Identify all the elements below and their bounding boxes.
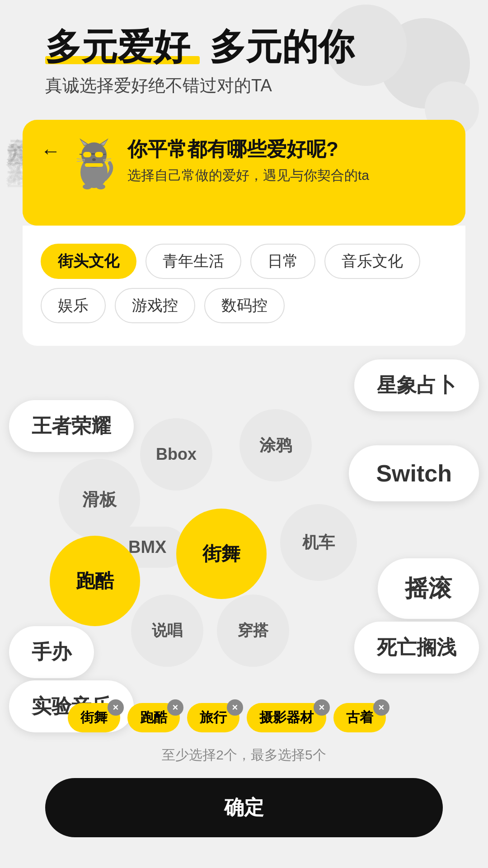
tag-youth[interactable]: 青年生活: [145, 244, 241, 279]
card-title: 你平常都有哪些爱好呢?: [127, 136, 447, 163]
svg-line-15: [103, 161, 111, 161]
svg-rect-6: [83, 152, 91, 157]
svg-line-10: [103, 154, 106, 155]
bubble-yaogun[interactable]: 摇滚: [378, 558, 479, 619]
tag-digital[interactable]: 数码控: [204, 288, 285, 323]
bubbles-area: 星象占卜 王者荣耀 Bbox 涂鸦 滑板 Switch BMX 街舞 机车 跑酷…: [0, 355, 488, 694]
bubble-jiche[interactable]: 机车: [280, 504, 357, 581]
bubble-paoku[interactable]: 跑酷: [50, 536, 140, 626]
header: 多元爱好 多元的你 真诚选择爱好绝不错过对的TA: [0, 0, 488, 106]
svg-line-9: [80, 154, 82, 155]
remove-lvxing[interactable]: ×: [227, 699, 243, 716]
bubble-chuanda[interactable]: 穿搭: [217, 594, 289, 667]
tag-music[interactable]: 音乐文化: [324, 244, 420, 279]
bubble-tuya[interactable]: 涂鸦: [239, 409, 312, 481]
bubble-bbox[interactable]: Bbox: [140, 418, 212, 491]
sub-title: 真诚选择爱好绝不错过对的TA: [45, 74, 452, 97]
bubble-switch[interactable]: Switch: [349, 445, 479, 501]
tag-gaming[interactable]: 游戏控: [115, 288, 195, 323]
main-title: 多元爱好 多元的你: [45, 27, 452, 67]
svg-rect-8: [91, 153, 95, 155]
svg-marker-5: [101, 140, 107, 145]
remove-sheying[interactable]: ×: [314, 699, 330, 716]
tag-entertain[interactable]: 娱乐: [41, 288, 106, 323]
svg-point-18: [96, 184, 105, 189]
svg-point-11: [92, 158, 96, 161]
remove-jiewu[interactable]: ×: [108, 699, 124, 716]
tag-daily[interactable]: 日常: [250, 244, 315, 279]
tags-row-2: 娱乐 游戏控 数码控: [41, 288, 447, 323]
svg-line-13: [77, 161, 85, 161]
svg-rect-7: [95, 152, 103, 157]
bubble-jiewu[interactable]: 街舞: [176, 509, 267, 599]
card-text: 你平常都有哪些爱好呢? 选择自己常做的爱好，遇见与你契合的ta: [127, 136, 447, 185]
bubble-xingxiang[interactable]: 星象占卜: [354, 359, 479, 411]
hobby-card: ←: [23, 120, 465, 226]
selected-tag-paoku[interactable]: 跑酷 ×: [127, 703, 180, 732]
bubble-shoubang[interactable]: 手办: [9, 626, 94, 678]
svg-marker-4: [81, 140, 87, 145]
remove-paoku[interactable]: ×: [167, 699, 183, 716]
tag-street[interactable]: 街头文化: [41, 244, 136, 279]
title-highlight: 多元爱好: [45, 27, 200, 67]
confirm-button[interactable]: 确定: [45, 778, 443, 837]
bubble-shouchang[interactable]: 说唱: [131, 594, 203, 667]
hint-text: 至少选择2个，最多选择5个: [162, 747, 326, 762]
selected-tag-guzhe[interactable]: 古着 ×: [333, 703, 386, 732]
tags-section: 街头文化 青年生活 日常 音乐文化 娱乐 游戏控 数码控: [23, 226, 465, 346]
back-button[interactable]: ←: [41, 140, 61, 162]
svg-point-17: [83, 184, 92, 189]
cat-mascot: [71, 136, 117, 181]
selected-tag-lvxing[interactable]: 旅行 ×: [187, 703, 239, 732]
bottom-hint: 至少选择2个，最多选择5个: [0, 741, 488, 774]
card-subtitle: 选择自己常做的爱好，遇见与你契合的ta: [127, 166, 447, 185]
selected-tag-jiewu[interactable]: 街舞 ×: [68, 703, 120, 732]
tags-row-1: 街头文化 青年生活 日常 音乐文化: [41, 244, 447, 279]
svg-rect-16: [85, 163, 103, 167]
selected-tag-sheying[interactable]: 摄影器材 ×: [247, 703, 326, 732]
bubble-wangzhe[interactable]: 王者荣耀: [9, 400, 134, 452]
wave-decoration: [23, 198, 465, 226]
remove-guzhe[interactable]: ×: [373, 699, 389, 716]
bubble-siwang[interactable]: 死亡搁浅: [354, 622, 479, 674]
